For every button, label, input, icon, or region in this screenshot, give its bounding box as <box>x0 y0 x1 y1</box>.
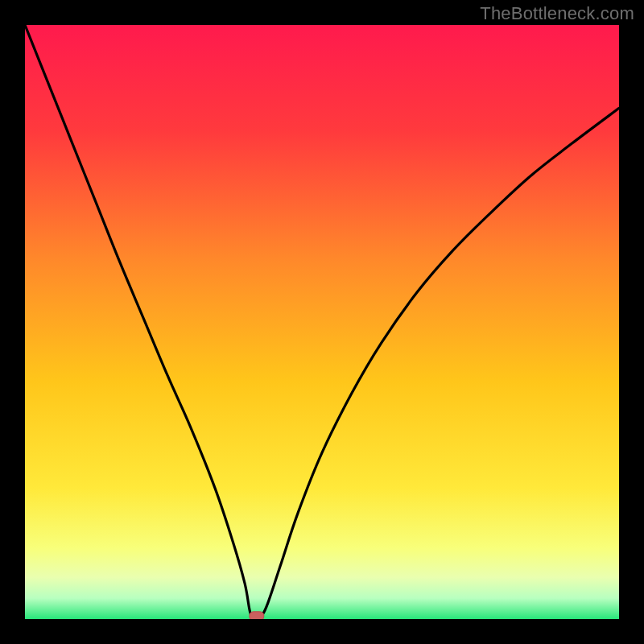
chart-svg <box>25 25 619 619</box>
chart-frame: TheBottleneck.com <box>0 0 644 644</box>
watermark-text: TheBottleneck.com <box>480 3 634 24</box>
gradient-background <box>25 25 619 619</box>
minimum-marker <box>250 612 264 619</box>
plot-area <box>25 25 619 619</box>
